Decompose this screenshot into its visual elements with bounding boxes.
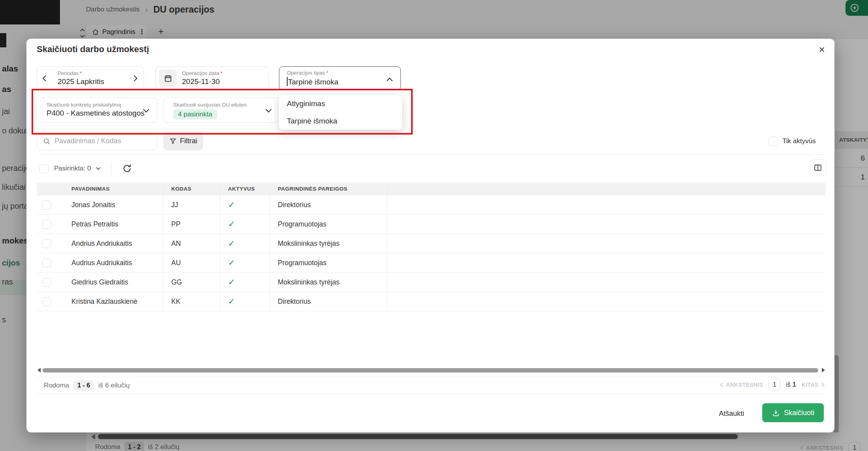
table-toolbar: Pasirinkta: 0 [39, 161, 132, 176]
columns-settings-button[interactable] [810, 159, 826, 176]
row-checkbox[interactable] [42, 239, 51, 248]
table-row[interactable]: Petras Petraitis PP ✓ Programuotojas [37, 215, 826, 234]
operation-type-dropdown: Atlyginimas Tarpinė išmoka [279, 95, 402, 130]
active-check-icon: ✓ [228, 258, 235, 268]
row-checkbox[interactable] [42, 297, 51, 306]
page-number-input[interactable]: 1 [769, 379, 780, 391]
search-field[interactable] [37, 132, 157, 150]
row-checkbox[interactable] [42, 278, 51, 287]
operation-date-value: 2025-11-30 [182, 77, 223, 86]
required-mark: * [221, 70, 223, 76]
only-active-label: Tik aktyvūs [782, 137, 816, 145]
table-row[interactable]: Andrius Andriukaitis AN ✓ Mokslininkas t… [37, 234, 826, 253]
select-all-checkbox[interactable] [39, 164, 49, 173]
employee-position: Mokslininkas tyrėjas [269, 234, 387, 253]
close-icon[interactable]: × [815, 43, 829, 57]
rows-summary: Rodoma 1 - 6 iš 6 eilučių [44, 379, 130, 392]
employee-code: AN [163, 234, 220, 253]
employee-name: Petras Petraitis [64, 215, 163, 234]
download-icon [772, 409, 780, 417]
column-header-active[interactable]: AKTYVUS [220, 183, 269, 195]
employee-position: Mokslininkas tyrėjas [269, 273, 387, 292]
filters-button[interactable]: Filtrai [163, 132, 203, 150]
selected-count-label: Pasirinkta: 0 [54, 165, 91, 172]
column-header-code[interactable]: KODAS [163, 183, 220, 195]
table-row[interactable]: Giedrius Giedraitis GG ✓ Mokslininkas ty… [37, 273, 826, 292]
specific-accrual-value: P400 - Kasmetinės atostogos [47, 109, 144, 118]
operation-type-label: Operacijos tipas [287, 70, 325, 76]
selected-count-badge: 4 pasirinkta [173, 109, 217, 120]
pagination: ANKSTESNIS 1 iš1 KITAS [721, 378, 824, 391]
related-lines-field[interactable]: Skaičiuoti susijusias DU eilutes 4 pasir… [163, 97, 280, 123]
dropdown-option-tarpine-ismoka[interactable]: Tarpinė išmoka [279, 112, 402, 130]
related-lines-label: Skaičiuoti susijusias DU eilutes [173, 102, 247, 108]
scroll-right-arrow[interactable] [822, 368, 825, 372]
employee-name: Giedrius Giedraitis [64, 273, 163, 292]
required-mark: * [80, 70, 82, 76]
table-row[interactable]: Kristina Kazlauskienė KK ✓ Direktorius [37, 292, 826, 311]
employees-table: PAVADINIMAS KODAS AKTYVUS PAGRINDINĖS PA… [37, 183, 826, 311]
specific-accrual-field[interactable]: Skaičiuoti konkretų priskaitytmą P400 - … [37, 97, 157, 123]
chevron-down-icon[interactable] [96, 165, 100, 170]
divider [111, 162, 111, 175]
filters-label: Filtrai [180, 137, 197, 145]
period-value: 2025 Lapkritis [58, 77, 104, 86]
divider [37, 377, 826, 377]
row-checkbox[interactable] [42, 258, 51, 268]
table-row[interactable]: Audrius Audriukaitis AU ✓ Programuotojas [37, 253, 826, 273]
column-header-name[interactable]: PAVADINIMAS [64, 183, 163, 195]
table-row[interactable]: Jonas Jonaitis JJ ✓ Direktorius [37, 195, 826, 215]
funnel-icon [169, 137, 177, 145]
next-page-button[interactable]: KITAS [802, 382, 824, 388]
operation-date-field[interactable]: Operacijos data* 2025-11-30 [155, 66, 269, 90]
search-icon [43, 137, 51, 145]
search-input[interactable] [54, 137, 145, 145]
scroll-left-arrow[interactable] [37, 368, 41, 372]
horizontal-scrollbar[interactable] [43, 368, 818, 372]
active-check-icon: ✓ [228, 219, 235, 229]
rows-total-label: iš 6 eilučių [98, 382, 129, 389]
chevron-left-icon [720, 382, 724, 387]
required-mark: * [326, 70, 328, 76]
chevron-right-icon [820, 382, 824, 387]
chevron-right-icon[interactable] [131, 75, 138, 82]
active-check-icon: ✓ [228, 277, 235, 287]
page-of-label: iš1 [786, 381, 796, 388]
employee-code: GG [163, 273, 220, 292]
employee-name: Andrius Andriukaitis [64, 234, 163, 253]
divider [37, 154, 826, 155]
only-active-checkbox[interactable] [769, 137, 778, 146]
dropdown-option-atlyginimas[interactable]: Atlyginimas [279, 95, 402, 112]
employee-name: Audrius Audriukaitis [64, 253, 163, 272]
calculate-button[interactable]: Skaičiuoti [762, 403, 824, 422]
screen: Darbo užmokestis › DU operacijos Pagrind… [0, 0, 868, 451]
chevron-up-icon[interactable] [387, 78, 393, 84]
calculate-label: Skaičiuoti [784, 409, 814, 417]
row-checkbox[interactable] [42, 220, 51, 229]
employee-code: JJ [163, 195, 220, 214]
chevron-left-icon[interactable] [43, 75, 49, 82]
employee-position: Programuotojas [269, 215, 387, 234]
operation-type-field[interactable]: Operacijos tipas* Tarpinė išmoka [279, 66, 401, 90]
text-cursor [287, 77, 288, 86]
active-check-icon: ✓ [228, 239, 235, 248]
showing-label: Rodoma [44, 382, 69, 389]
employee-position: Direktorius [269, 292, 387, 311]
active-check-icon: ✓ [228, 297, 235, 306]
rows-range-badge: 1 - 6 [73, 380, 94, 391]
row-checkbox[interactable] [42, 200, 51, 210]
previous-page-button[interactable]: ANKSTESNIS [721, 382, 763, 388]
column-header-position[interactable]: PAGRINDINĖS PAREIGOS [269, 183, 387, 195]
operation-date-label: Operacijos data [182, 70, 219, 76]
divider [37, 393, 826, 394]
employee-name: Kristina Kazlauskienė [64, 292, 163, 311]
employee-code: PP [163, 215, 220, 234]
only-active-toggle: Tik aktyvūs [769, 137, 816, 146]
calendar-icon[interactable] [159, 69, 177, 87]
refresh-icon[interactable] [122, 164, 132, 173]
table-header-row: PAVADINIMAS KODAS AKTYVUS PAGRINDINĖS PA… [37, 183, 826, 195]
period-field[interactable]: Periodas* 2025 Lapkritis [37, 66, 144, 90]
employee-position: Direktorius [269, 195, 387, 214]
cancel-button[interactable]: Atšaukti [714, 407, 749, 420]
chevron-down-icon[interactable] [266, 107, 272, 113]
